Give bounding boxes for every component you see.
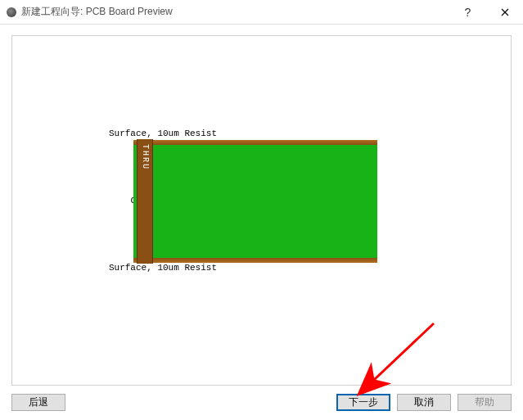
top-copper-layer	[133, 140, 377, 145]
top-surface-label: Surface, 10um Resist	[109, 129, 217, 138]
next-button-label: 下一步	[349, 395, 378, 409]
dialog-window: 新建工程向导: PCB Board Preview ? Surface, 10u…	[0, 0, 523, 420]
next-button[interactable]: 下一步	[336, 394, 390, 411]
cancel-button[interactable]: 取消	[397, 394, 451, 411]
thru-via: THRU	[137, 139, 153, 264]
content-area: Surface, 10um Resist Core, 1.55mm FR4 Su…	[0, 25, 523, 394]
bottom-copper-layer	[133, 258, 377, 263]
back-button-label: 后退	[29, 395, 48, 409]
window-controls: ?	[449, 0, 523, 25]
help-dialog-button[interactable]: 帮助	[458, 394, 512, 411]
window-title: 新建工程向导: PCB Board Preview	[21, 5, 173, 19]
preview-panel: Surface, 10um Resist Core, 1.55mm FR4 Su…	[11, 35, 512, 386]
titlebar: 新建工程向导: PCB Board Preview ?	[0, 0, 523, 25]
via-label: THRU	[141, 144, 150, 170]
close-icon	[501, 8, 509, 16]
cancel-button-label: 取消	[414, 395, 434, 409]
help-dialog-button-label: 帮助	[475, 395, 494, 409]
bottom-surface-label: Surface, 10um Resist	[109, 263, 217, 273]
help-button[interactable]: ?	[449, 0, 486, 25]
button-bar: 后退 下一步 取消 帮助	[0, 394, 523, 420]
board-preview: THRU	[133, 140, 377, 263]
app-icon	[7, 7, 16, 17]
close-button[interactable]	[486, 0, 523, 25]
back-button[interactable]: 后退	[11, 394, 65, 411]
